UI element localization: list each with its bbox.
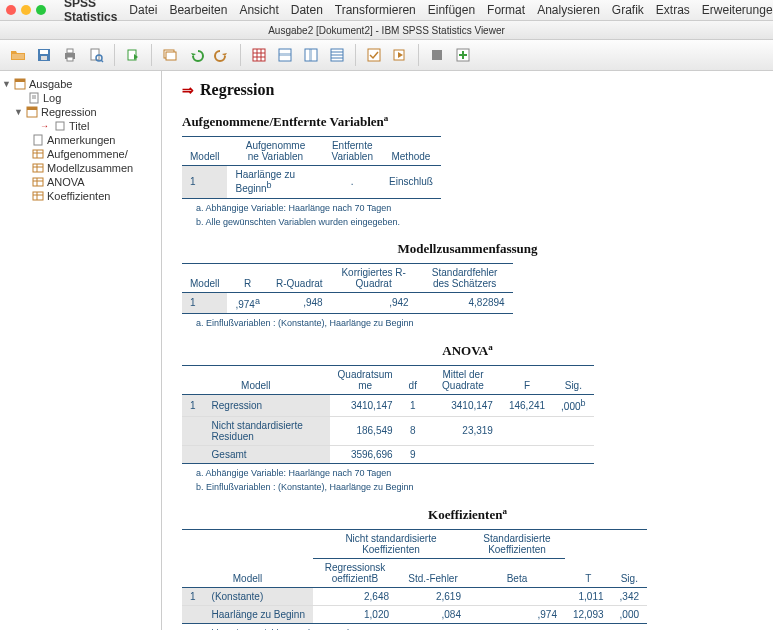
goto-data-button[interactable] — [247, 43, 271, 67]
outline-item[interactable]: Modellzusammen — [47, 162, 133, 174]
svg-rect-38 — [56, 122, 64, 130]
notes-icon — [32, 134, 44, 146]
minimize-window-icon[interactable] — [21, 5, 31, 15]
svg-rect-27 — [432, 50, 442, 60]
outline-root[interactable]: Ausgabe — [29, 78, 72, 90]
anova-table: ModellQuadratsum medfMittel der Quadrate… — [182, 365, 594, 463]
svg-rect-11 — [166, 52, 176, 60]
window-controls — [6, 5, 46, 15]
outline-item[interactable]: Titel — [69, 120, 89, 132]
log-icon — [28, 92, 40, 104]
variables-button[interactable] — [325, 43, 349, 67]
menu-file[interactable]: Datei — [129, 3, 157, 17]
page-title: ⇒Regression — [182, 81, 753, 99]
outline-log[interactable]: Log — [43, 92, 61, 104]
variables-table: ModellAufgenomme ne VariablenEntfernte V… — [182, 136, 441, 198]
select-button[interactable] — [362, 43, 386, 67]
svg-line-8 — [101, 60, 103, 62]
outline-item[interactable]: Koeffizienten — [47, 190, 110, 202]
table2-title: Modellzusammenfassung — [182, 241, 753, 257]
menu-format[interactable]: Format — [487, 3, 525, 17]
table-icon — [32, 162, 44, 174]
svg-rect-2 — [41, 56, 47, 60]
menu-insert[interactable]: Einfügen — [428, 3, 475, 17]
svg-rect-4 — [67, 49, 73, 53]
footnote: a. Einflußvariablen : (Konstante), Haarl… — [196, 318, 556, 328]
model-summary-table: ModellRR-QuadratKorrigiertes R-QuadratSt… — [182, 263, 513, 314]
menu-view[interactable]: Ansicht — [239, 3, 278, 17]
svg-rect-43 — [33, 164, 43, 172]
table3-title: ANOVAa — [182, 342, 753, 359]
svg-rect-12 — [253, 49, 265, 61]
app-name: SPSS Statistics — [64, 0, 117, 24]
menu-analyze[interactable]: Analysieren — [537, 3, 600, 17]
footnote: a. Abhängige Variable: Haarlänge nach 70… — [196, 203, 556, 213]
menu-edit[interactable]: Bearbeiten — [169, 3, 227, 17]
svg-rect-39 — [34, 135, 42, 145]
menubar: SPSS Statistics Datei Bearbeiten Ansicht… — [0, 0, 773, 21]
output-content[interactable]: ⇒Regression Aufgenommene/Entfernte Varia… — [162, 71, 773, 630]
output-icon — [14, 78, 26, 90]
undo-button[interactable] — [184, 43, 208, 67]
outline-item[interactable]: ANOVA — [47, 176, 85, 188]
menu-extensions[interactable]: Erweiterungen — [702, 3, 773, 17]
menu-graphs[interactable]: Grafik — [612, 3, 644, 17]
svg-rect-49 — [33, 192, 43, 200]
redo-button[interactable] — [210, 43, 234, 67]
svg-rect-37 — [27, 107, 37, 110]
svg-rect-46 — [33, 178, 43, 186]
print-button[interactable] — [58, 43, 82, 67]
goto-variable-button[interactable] — [299, 43, 323, 67]
close-window-icon[interactable] — [6, 5, 16, 15]
coefficients-table: ModellNicht standardisierte Koeffiziente… — [182, 529, 647, 624]
svg-rect-1 — [40, 50, 48, 54]
toolbar — [0, 40, 773, 71]
svg-rect-32 — [15, 79, 25, 82]
outline-regression[interactable]: Regression — [41, 106, 97, 118]
maximize-window-icon[interactable] — [36, 5, 46, 15]
add-button[interactable] — [451, 43, 475, 67]
designate-window-button[interactable] — [425, 43, 449, 67]
svg-rect-40 — [33, 150, 43, 158]
svg-rect-20 — [309, 49, 312, 61]
open-button[interactable] — [6, 43, 30, 67]
menu-utilities[interactable]: Extras — [656, 3, 690, 17]
outline-item[interactable]: Aufgenommene/ — [47, 148, 128, 160]
table-icon — [32, 176, 44, 188]
goto-case-button[interactable] — [273, 43, 297, 67]
save-button[interactable] — [32, 43, 56, 67]
folder-icon — [26, 106, 38, 118]
recall-dialog-button[interactable] — [158, 43, 182, 67]
footnote: b. Alle gewünschten Variablen wurden ein… — [196, 217, 556, 227]
svg-rect-5 — [67, 57, 73, 61]
window-title: Ausgabe2 [Dokument2] - IBM SPSS Statisti… — [268, 25, 505, 36]
table4-title: Koeffizientena — [182, 506, 753, 523]
run-button[interactable] — [388, 43, 412, 67]
collapse-icon[interactable]: ▼ — [2, 79, 11, 89]
svg-rect-25 — [368, 49, 380, 61]
title-icon — [54, 120, 66, 132]
arrow-icon: ⇒ — [182, 82, 194, 99]
outline-pane[interactable]: ▼ Ausgabe Log ▼ Regression →Titel Anmerk… — [0, 71, 162, 630]
collapse-icon[interactable]: ▼ — [14, 107, 23, 117]
footnote: b. Einflußvariablen : (Konstante), Haarl… — [196, 482, 556, 492]
table-icon — [32, 190, 44, 202]
outline-item[interactable]: Anmerkungen — [47, 134, 116, 146]
print-preview-button[interactable] — [84, 43, 108, 67]
export-button[interactable] — [121, 43, 145, 67]
svg-rect-18 — [279, 53, 291, 56]
table1-title: Aufgenommene/Entfernte Variablena — [182, 113, 753, 130]
menu-data[interactable]: Daten — [291, 3, 323, 17]
menu-transform[interactable]: Transformieren — [335, 3, 416, 17]
footnote: a. Abhängige Variable: Haarlänge nach 70… — [196, 468, 556, 478]
table-icon — [32, 148, 44, 160]
